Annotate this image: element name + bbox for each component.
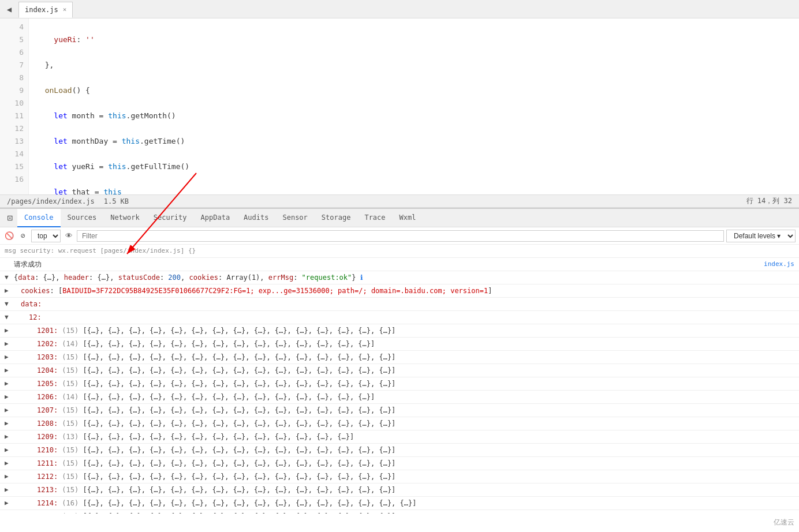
data-row[interactable]: 1213: (15) [{…}, {…}, {…}, {…}, {…}, {…}… <box>0 484 799 497</box>
code-line-9: let yueRi = this.getFullTime() <box>36 160 799 173</box>
console-line-success: 请求成功 index.js <box>0 258 799 271</box>
row-expand-arrow <box>5 445 9 455</box>
row-expand-arrow <box>5 432 9 442</box>
status-bar: /pages/index/index.js 1.5 KB 行 14，列 32 <box>0 194 799 207</box>
data-row[interactable]: 1212: (15) [{…}, {…}, {…}, {…}, {…}, {…}… <box>0 470 799 484</box>
data-row[interactable]: 1204: (15) [{…}, {…}, {…}, {…}, {…}, {…}… <box>0 364 799 377</box>
data-row[interactable]: 1202: (14) [{…}, {…}, {…}, {…}, {…}, {…}… <box>0 338 799 351</box>
tab-network[interactable]: Network <box>103 209 147 227</box>
data-row[interactable]: 1206: (14) [{…}, {…}, {…}, {…}, {…}, {…}… <box>0 391 799 404</box>
back-button[interactable]: ◀ <box>2 2 16 16</box>
row-expand-arrow <box>5 485 9 495</box>
line-numbers: 4 5 6 7 8 9 10 11 12 13 14 15 16 <box>0 18 29 194</box>
data-key: data: <box>21 300 42 308</box>
expand-arrow-obj <box>5 272 9 283</box>
tab-wxml[interactable]: Wxml <box>393 209 423 227</box>
data-row[interactable]: 1203: (15) [{…}, {…}, {…}, {…}, {…}, {…}… <box>0 351 799 364</box>
clear-console-button[interactable]: 🚫 <box>3 230 15 242</box>
cookies-expand-arrow <box>5 286 9 296</box>
data-row[interactable]: 1209: (13) [{…}, {…}, {…}, {…}, {…}, {…}… <box>0 430 799 444</box>
log-source-link[interactable]: index.js <box>764 259 794 269</box>
data-expand-arrow <box>5 299 9 309</box>
row-expand-arrow <box>5 418 9 429</box>
tab-label: index.js <box>25 6 58 14</box>
tab-console[interactable]: Console <box>17 209 61 227</box>
editor-area: ◀ index.js × 4 5 6 7 8 9 10 11 12 13 14 … <box>0 0 799 208</box>
row-expand-arrow <box>5 471 9 482</box>
tab-audits[interactable]: Audits <box>237 209 275 227</box>
tab-trace[interactable]: Trace <box>357 209 392 227</box>
code-line-7: let month = this.getMonth() <box>36 110 799 122</box>
cookies-text: cookies: [BAIDUID=3F722DC95B84925E35F010… <box>21 287 492 295</box>
console-data-label[interactable]: data: <box>0 298 799 311</box>
code-content[interactable]: yueRi: '' }, onLoad() { let month = this… <box>29 18 799 194</box>
editor-tab[interactable]: index.js × <box>18 2 73 18</box>
console-key-12[interactable]: 12: <box>0 311 799 324</box>
row-expand-arrow <box>5 498 9 508</box>
data-rows-container: 1201: (15) [{…}, {…}, {…}, {…}, {…}, {…}… <box>0 324 799 514</box>
data-row[interactable]: 1215: (15) [{…}, {…}, {…}, {…}, {…}, {…}… <box>0 510 799 514</box>
stop-icon[interactable]: ⊘ <box>17 230 29 242</box>
tab-sources[interactable]: Sources <box>61 209 104 227</box>
context-selector[interactable]: top <box>31 230 61 242</box>
key-12-text: 12: <box>29 313 42 321</box>
success-text: 请求成功 <box>14 260 42 268</box>
console-toolbar: 🚫 ⊘ top 👁 Default levels ▾ <box>0 227 799 245</box>
code-line-10: let that = this <box>36 186 799 194</box>
devtools-inspect-icon[interactable]: ⊡ <box>2 211 17 226</box>
console-cookies-line[interactable]: cookies: [BAIDUID=3F722DC95B84925E35F010… <box>0 284 799 298</box>
cursor-position: 行 14，列 32 <box>746 196 792 206</box>
tab-sensor[interactable]: Sensor <box>275 209 314 227</box>
row-expand-arrow <box>5 352 9 362</box>
file-size: 1.5 KB <box>104 197 129 205</box>
key12-expand-arrow <box>5 312 9 323</box>
tab-appdata[interactable]: AppData <box>194 209 237 227</box>
devtools-panel: ⊡ Console Sources Network Security AppDa… <box>0 208 799 514</box>
tab-storage[interactable]: Storage <box>315 209 358 227</box>
row-expand-arrow <box>5 339 9 349</box>
code-line-5: }, <box>36 59 799 72</box>
data-row[interactable]: 1205: (15) [{…}, {…}, {…}, {…}, {…}, {…}… <box>0 377 799 391</box>
code-line-4: yueRi: '' <box>36 33 799 46</box>
console-output: msg security: wx.request [pages/index/in… <box>0 245 799 514</box>
row-expand-arrow <box>5 511 9 514</box>
row-expand-arrow <box>5 405 9 415</box>
data-row[interactable]: 1210: (15) [{…}, {…}, {…}, {…}, {…}, {…}… <box>0 444 799 457</box>
code-line-6: onLoad() { <box>36 84 799 97</box>
row-expand-arrow <box>5 392 9 402</box>
row-expand-arrow <box>5 458 9 469</box>
object-summary: {data: {…}, header: {…}, statusCode: 200… <box>14 274 363 282</box>
tab-bar: ◀ index.js × <box>0 0 799 18</box>
data-row[interactable]: 1211: (15) [{…}, {…}, {…}, {…}, {…}, {…}… <box>0 457 799 470</box>
devtools-tab-bar: ⊡ Console Sources Network Security AppDa… <box>0 209 799 227</box>
console-object-line[interactable]: {data: {…}, header: {…}, statusCode: 200… <box>0 271 799 284</box>
data-row[interactable]: 1207: (15) [{…}, {…}, {…}, {…}, {…}, {…}… <box>0 404 799 417</box>
data-row[interactable]: 1214: (16) [{…}, {…}, {…}, {…}, {…}, {…}… <box>0 497 799 510</box>
row-expand-arrow <box>5 365 9 376</box>
levels-selector[interactable]: Default levels ▾ <box>726 230 796 242</box>
code-area: 4 5 6 7 8 9 10 11 12 13 14 15 16 yueRi: … <box>0 18 799 194</box>
eye-icon[interactable]: 👁 <box>63 230 74 242</box>
tab-security[interactable]: Security <box>147 209 194 227</box>
data-row[interactable]: 1208: (15) [{…}, {…}, {…}, {…}, {…}, {…}… <box>0 417 799 430</box>
code-line-8: let monthDay = this.getTime() <box>36 135 799 148</box>
tab-close-button[interactable]: × <box>63 6 67 13</box>
file-path: /pages/index/index.js <box>7 197 95 205</box>
row-expand-arrow <box>5 325 9 336</box>
data-row[interactable]: 1201: (15) [{…}, {…}, {…}, {…}, {…}, {…}… <box>0 324 799 338</box>
watermark: 亿速云 <box>774 518 794 527</box>
row-expand-arrow <box>5 379 9 389</box>
filter-input[interactable] <box>77 230 724 242</box>
console-line-prev: msg security: wx.request [pages/index/in… <box>0 245 799 258</box>
